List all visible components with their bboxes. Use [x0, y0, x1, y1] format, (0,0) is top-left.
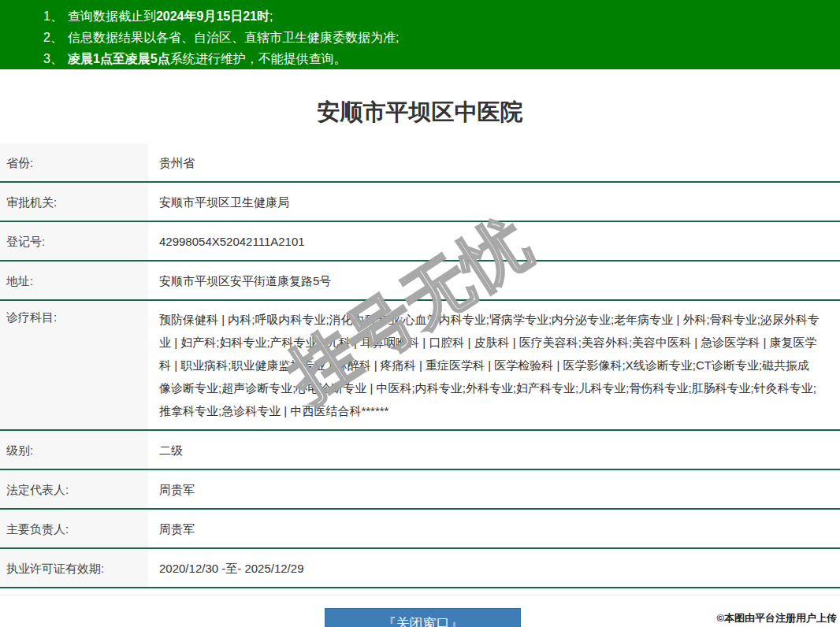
notice-line-3: 3、凌晨1点至凌晨5点系统进行维护，不能提供查询。 [43, 48, 832, 69]
hospital-details-table: 省份: 贵州省 审批机关: 安顺市平坝区卫生健康局 登记号: 42998054X… [0, 143, 840, 588]
notice-text-bold: 凌晨1点至凌晨5点 [68, 52, 170, 65]
notice-text-bold: 2024年9月15日21时 [156, 9, 269, 23]
table-row-province: 省份: 贵州省 [0, 143, 840, 183]
table-row-legal-representative: 法定代表人: 周贵军 [0, 470, 840, 510]
page: 1、查询数据截止到2024年9月15日21时; 2、信息数据结果以各省、自治区、… [0, 0, 840, 627]
row-label: 级别: [0, 431, 148, 469]
row-label: 法定代表人: [0, 470, 148, 508]
table-row-license-validity: 执业许可证有效期: 2020/12/30 -至- 2025/12/29 [0, 549, 840, 588]
row-value: 42998054X52042111A2101 [148, 222, 840, 260]
image-credit-text: ©本图由平台注册用户上传 [716, 611, 837, 625]
row-value: 安顺市平坝区卫生健康局 [148, 183, 840, 221]
table-row-approval-authority: 审批机关: 安顺市平坝区卫生健康局 [0, 183, 840, 222]
table-row-main-person-in-charge: 主要负责人: 周贵军 [0, 510, 840, 549]
row-label: 诊疗科目: [0, 301, 148, 429]
notice-line-1: 1、查询数据截止到2024年9月15日21时; [43, 6, 832, 27]
row-value: 周贵军 [148, 510, 840, 547]
table-row-level: 级别: 二级 [0, 431, 840, 470]
row-label: 执业许可证有效期: [0, 549, 148, 587]
table-row-address: 地址: 安顺市平坝区安平街道康复路5号 [0, 262, 840, 301]
notice-banner: 1、查询数据截止到2024年9月15日21时; 2、信息数据结果以各省、自治区、… [0, 0, 840, 69]
row-label: 审批机关: [0, 183, 148, 221]
row-value: 安顺市平坝区安平街道康复路5号 [148, 262, 840, 299]
notice-number: 2、 [43, 31, 63, 44]
row-label: 省份: [0, 143, 148, 181]
row-label: 登记号: [0, 222, 148, 260]
notice-text: 系统进行维护，不能提供查询。 [170, 52, 347, 65]
notice-number: 1、 [43, 9, 63, 23]
notice-text: ; [269, 9, 273, 23]
footer-divider [0, 595, 840, 595]
row-value: 2020/12/30 -至- 2025/12/29 [148, 549, 840, 587]
row-label: 地址: [0, 262, 148, 299]
close-window-button[interactable]: 『关闭窗口』 [325, 608, 521, 627]
row-value: 周贵军 [148, 470, 840, 508]
table-row-registration-number: 登记号: 42998054X52042111A2101 [0, 222, 840, 262]
row-value: 预防保健科 | 内科;呼吸内科专业;消化内科专业;心血管内科专业;肾病学专业;内… [148, 301, 840, 429]
row-label: 主要负责人: [0, 510, 148, 547]
notice-text: 查询数据截止到 [68, 9, 156, 23]
page-title: 安顺市平坝区中医院 [0, 98, 840, 126]
row-value: 二级 [148, 431, 840, 469]
notice-number: 3、 [43, 52, 63, 65]
notice-text: 信息数据结果以各省、自治区、直辖市卫生健康委数据为准; [68, 31, 399, 44]
table-row-departments: 诊疗科目: 预防保健科 | 内科;呼吸内科专业;消化内科专业;心血管内科专业;肾… [0, 301, 840, 431]
notice-line-2: 2、信息数据结果以各省、自治区、直辖市卫生健康委数据为准; [43, 27, 832, 48]
row-value: 贵州省 [148, 143, 840, 181]
